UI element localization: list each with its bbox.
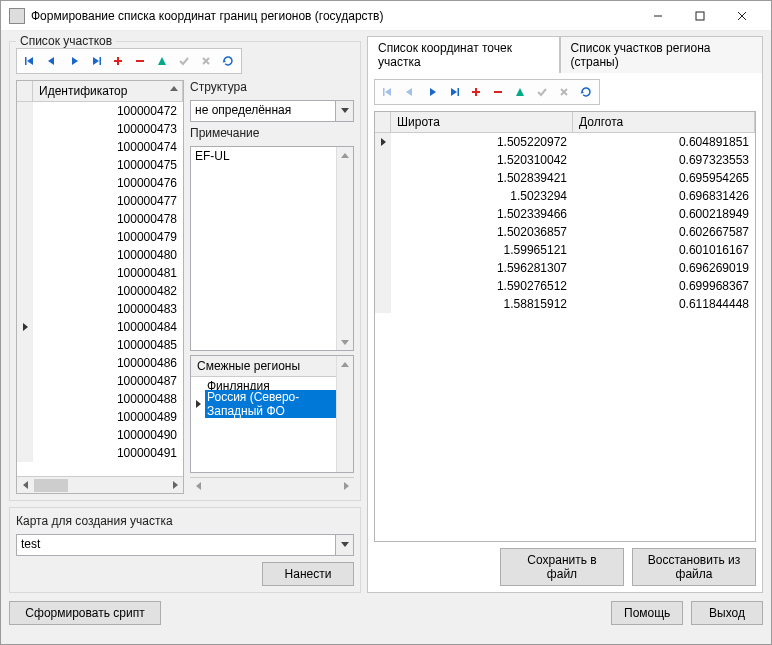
note-vscroll[interactable] <box>336 147 353 350</box>
form-script-button[interactable]: Сформировать срипт <box>9 601 161 625</box>
scroll-left-icon[interactable] <box>17 477 34 493</box>
svg-rect-36 <box>494 91 502 93</box>
adj-vscroll[interactable] <box>336 356 353 472</box>
id-grid[interactable]: Идентификатор 10000047210000047310000047… <box>16 80 184 494</box>
dropdown-icon[interactable] <box>335 535 353 555</box>
table-row[interactable]: 100000476 <box>17 174 183 192</box>
table-row[interactable]: 1.5020368570.602667587 <box>375 223 755 241</box>
list-item[interactable]: Россия (Северо-Западный ФО <box>191 395 336 413</box>
nav-refresh-icon[interactable] <box>576 82 596 102</box>
table-row[interactable]: 100000483 <box>17 300 183 318</box>
id-cell: 100000488 <box>33 392 183 406</box>
table-row[interactable]: 100000490 <box>17 426 183 444</box>
table-row[interactable]: 100000481 <box>17 264 183 282</box>
lat-cell: 1.596281307 <box>391 261 573 275</box>
coord-col-lon[interactable]: Долгота <box>573 112 755 132</box>
nav-delete-icon[interactable] <box>488 82 508 102</box>
restore-from-file-button[interactable]: Восстановить из файла <box>632 548 756 586</box>
nav-prev-icon[interactable] <box>42 51 62 71</box>
table-row[interactable]: 100000474 <box>17 138 183 156</box>
table-row[interactable]: 100000480 <box>17 246 183 264</box>
table-row[interactable]: 100000488 <box>17 390 183 408</box>
table-row[interactable]: 1.5203100420.697323553 <box>375 151 755 169</box>
id-grid-header[interactable]: Идентификатор <box>33 81 183 101</box>
table-row[interactable]: 100000487 <box>17 372 183 390</box>
nav-delete-icon[interactable] <box>130 51 150 71</box>
scroll-right-icon[interactable] <box>166 477 183 493</box>
table-row[interactable]: 100000478 <box>17 210 183 228</box>
structure-select[interactable]: не определённая <box>190 100 354 122</box>
scroll-up-icon[interactable] <box>337 356 353 373</box>
table-row[interactable]: 100000473 <box>17 120 183 138</box>
table-row[interactable]: 100000486 <box>17 354 183 372</box>
id-grid-hscroll[interactable] <box>17 476 183 493</box>
adjacent-header[interactable]: Смежные регионы <box>191 356 336 377</box>
structure-label: Структура <box>190 80 354 94</box>
nav-add-icon[interactable] <box>108 51 128 71</box>
scroll-thumb[interactable] <box>34 479 68 492</box>
nav-refresh-icon[interactable] <box>218 51 238 71</box>
nav-edit-icon[interactable] <box>152 51 172 71</box>
row-indicator-icon <box>375 187 391 205</box>
exit-button[interactable]: Выход <box>691 601 763 625</box>
svg-rect-11 <box>114 60 122 62</box>
svg-marker-24 <box>341 362 349 367</box>
dropdown-icon[interactable] <box>335 101 353 121</box>
scroll-down-icon[interactable] <box>337 333 353 350</box>
table-row[interactable]: 100000479 <box>17 228 183 246</box>
table-row[interactable]: 100000477 <box>17 192 183 210</box>
svg-marker-13 <box>158 57 166 65</box>
scroll-up-icon[interactable] <box>337 147 353 164</box>
help-button[interactable]: Помощь <box>611 601 683 625</box>
nav-next-icon[interactable] <box>64 51 84 71</box>
scroll-left-icon[interactable] <box>190 478 207 494</box>
row-indicator-icon <box>17 246 33 264</box>
save-to-file-button[interactable]: Сохранить в файл <box>500 548 624 586</box>
nav-edit-icon[interactable] <box>510 82 530 102</box>
row-indicator-icon <box>375 259 391 277</box>
table-row[interactable]: 1.5028394210.695954265 <box>375 169 755 187</box>
row-indicator-icon <box>375 169 391 187</box>
map-select[interactable]: test <box>16 534 354 556</box>
note-value[interactable]: EF-UL <box>191 147 336 350</box>
nav-last-icon[interactable] <box>444 82 464 102</box>
nav-next-icon[interactable] <box>422 82 442 102</box>
table-row[interactable]: 1.5962813070.696269019 <box>375 259 755 277</box>
table-row[interactable]: 1.588159120.611844448 <box>375 295 755 313</box>
close-button[interactable] <box>721 2 763 30</box>
nav-last-icon[interactable] <box>86 51 106 71</box>
table-row[interactable]: 100000484 <box>17 318 183 336</box>
titlebar: Формирование списка координат границ рег… <box>1 1 771 31</box>
table-row[interactable]: 1.5902765120.699968367 <box>375 277 755 295</box>
table-row[interactable]: 100000489 <box>17 408 183 426</box>
table-row[interactable]: 100000482 <box>17 282 183 300</box>
svg-marker-40 <box>581 91 585 94</box>
coord-grid[interactable]: Широта Долгота 1.5052209720.6048918511.5… <box>374 111 756 542</box>
table-row[interactable]: 1.5052209720.604891851 <box>375 133 755 151</box>
id-cell: 100000486 <box>33 356 183 370</box>
apply-button[interactable]: Нанести <box>262 562 354 586</box>
tab-region-segments[interactable]: Список участков региона (страны) <box>560 36 763 73</box>
adjacent-regions-grid[interactable]: Смежные регионыФинляндияРоссия (Северо-З… <box>190 355 354 473</box>
table-row[interactable]: 100000475 <box>17 156 183 174</box>
note-textarea[interactable]: EF-UL <box>190 146 354 351</box>
minimize-button[interactable] <box>637 2 679 30</box>
svg-marker-19 <box>173 481 178 489</box>
nav-first-icon[interactable] <box>20 51 40 71</box>
lat-cell: 1.520310042 <box>391 153 573 167</box>
table-row[interactable]: 1.50232940.696831426 <box>375 187 755 205</box>
maximize-button[interactable] <box>679 2 721 30</box>
lat-cell: 1.5023294 <box>391 189 573 203</box>
scroll-right-icon[interactable] <box>337 478 354 494</box>
tab-coord-points[interactable]: Список координат точек участка <box>367 36 560 73</box>
coord-col-lat[interactable]: Широта <box>391 112 573 132</box>
table-row[interactable]: 100000485 <box>17 336 183 354</box>
row-indicator-icon <box>17 336 33 354</box>
table-row[interactable]: 100000472 <box>17 102 183 120</box>
nav-add-icon[interactable] <box>466 82 486 102</box>
table-row[interactable]: 100000491 <box>17 444 183 462</box>
svg-marker-32 <box>451 88 457 96</box>
table-row[interactable]: 1.5023394660.600218949 <box>375 205 755 223</box>
table-row[interactable]: 1.599651210.601016167 <box>375 241 755 259</box>
adj-hscroll[interactable] <box>190 477 354 494</box>
